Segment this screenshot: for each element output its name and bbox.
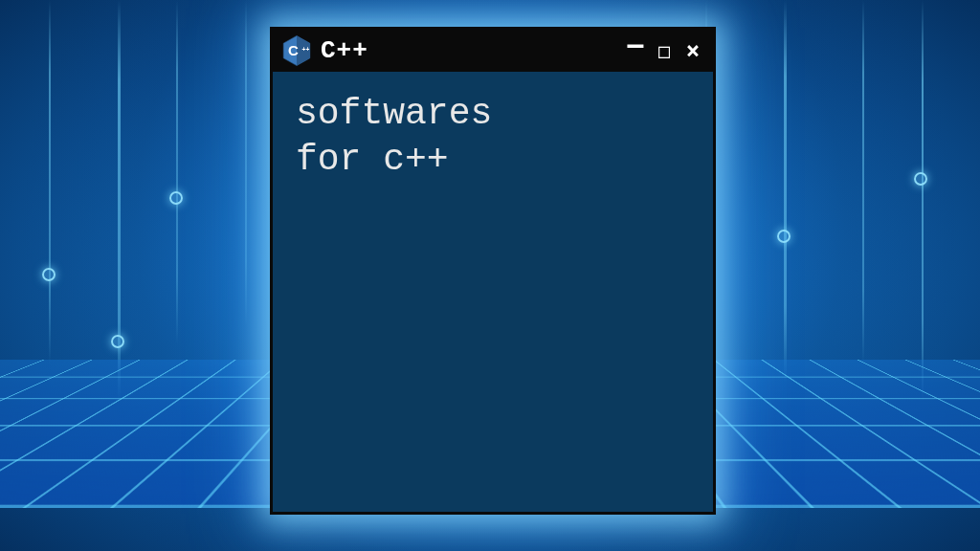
terminal-line: softwares <box>296 91 690 137</box>
svg-text:+: + <box>306 46 310 53</box>
window-title: C++ <box>321 36 615 65</box>
svg-text:+: + <box>301 46 305 53</box>
terminal-window: C + + C++ – □ × softwares for c++ <box>270 27 716 515</box>
window-controls: – □ × <box>625 37 703 64</box>
svg-text:C: C <box>288 42 299 58</box>
bg-circuit-node <box>42 268 56 281</box>
bg-circuit-line <box>922 0 924 402</box>
bg-circuit-line <box>49 0 51 364</box>
bg-circuit-line <box>245 0 247 325</box>
minimize-button[interactable]: – <box>625 32 646 58</box>
bg-circuit-node <box>777 230 791 243</box>
cpp-hexagon-icon: C + + <box>282 34 311 67</box>
bg-circuit-line <box>784 0 787 383</box>
bg-circuit-line <box>176 0 178 344</box>
close-button[interactable]: × <box>682 39 703 62</box>
bg-circuit-node <box>111 335 124 348</box>
terminal-body[interactable]: softwares for c++ <box>273 72 713 201</box>
titlebar[interactable]: C + + C++ – □ × <box>273 30 713 72</box>
maximize-button[interactable]: □ <box>654 41 675 60</box>
terminal-line: for c++ <box>296 137 690 183</box>
bg-circuit-line <box>862 0 864 364</box>
